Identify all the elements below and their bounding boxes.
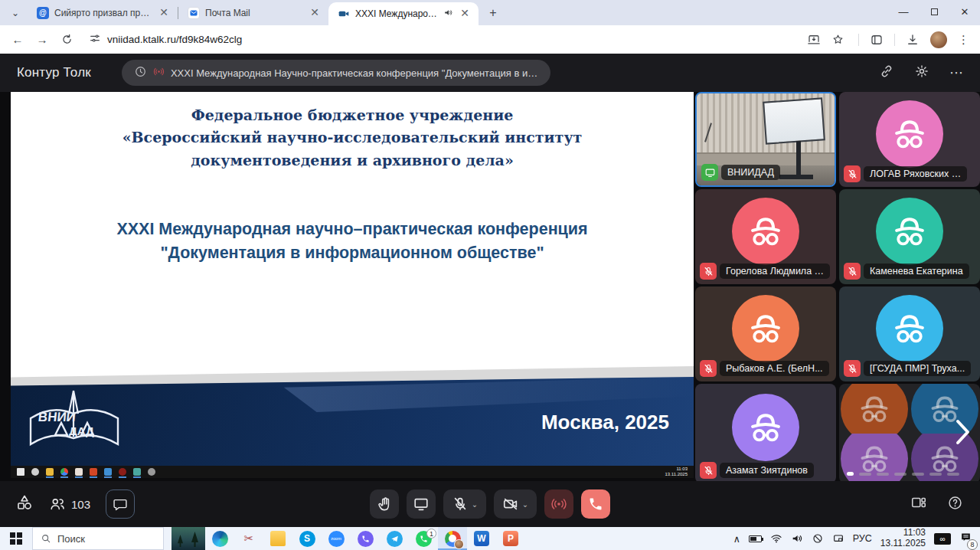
media-app-tray-icon[interactable]: ∞: [934, 533, 951, 545]
mic-muted-badge-icon: [844, 263, 861, 280]
taskbar-viber-icon[interactable]: [351, 527, 380, 550]
participants-count-button[interactable]: 103: [49, 496, 90, 512]
live-broadcast-button[interactable]: [544, 489, 573, 519]
taskbar-word-icon[interactable]: W: [467, 527, 496, 550]
phone-icon: [588, 496, 603, 512]
help-icon[interactable]: [947, 495, 963, 514]
back-icon[interactable]: ←: [8, 30, 28, 50]
tab-close-icon[interactable]: ✕: [158, 7, 170, 19]
taskbar-snip-icon[interactable]: ✂: [234, 527, 263, 550]
app-brand: Контур Толк: [17, 65, 91, 80]
mini-teal-app-icon: [133, 468, 141, 476]
tray-expand-chevron-icon[interactable]: ∧: [733, 533, 740, 545]
tab-search-chevron-icon[interactable]: ⌄: [5, 2, 26, 24]
start-button[interactable]: [0, 527, 32, 550]
wifi-icon[interactable]: [770, 532, 782, 545]
site-info-icon[interactable]: [89, 32, 101, 47]
hang-up-button[interactable]: [581, 489, 610, 519]
mic-muted-badge-icon: [844, 165, 861, 182]
mini-explorer-icon: [46, 468, 54, 476]
next-page-chevron-icon[interactable]: [952, 417, 972, 450]
downloads-icon[interactable]: [906, 33, 920, 47]
chat-button[interactable]: [106, 489, 135, 519]
browser-profile-avatar[interactable]: [930, 31, 947, 48]
browser-tab-active[interactable]: XXXI Международная Нау ✕: [328, 2, 479, 25]
browser-menu-icon[interactable]: ⋮: [958, 33, 969, 47]
blocked-device-icon[interactable]: [812, 532, 824, 545]
battery-icon[interactable]: [749, 535, 762, 542]
taskbar-whatsapp-icon[interactable]: 1: [409, 527, 438, 550]
window-minimize-button[interactable]: —: [888, 0, 919, 23]
taskbar-zoom-icon[interactable]: zoom: [322, 527, 351, 550]
browser-tab-2[interactable]: Почта Mail ✕: [178, 0, 328, 25]
taskbar-search-box[interactable]: Поиск: [32, 527, 164, 550]
participant-tile[interactable]: ЛОГАВ Ряховских …: [839, 92, 980, 187]
browser-navbar: ← → vniidad.ktalk.ru/fd9k84w62clg ⋮: [0, 25, 980, 54]
window-close-button[interactable]: ✕: [949, 0, 980, 23]
save-share-icon[interactable]: [807, 33, 821, 47]
incognito-avatar: [732, 394, 799, 461]
notification-center-icon[interactable]: 8: [959, 531, 972, 547]
window-maximize-button[interactable]: [919, 0, 949, 23]
mini-settings-icon: [148, 468, 155, 476]
participant-name: Каменева Екатерина: [864, 264, 969, 279]
browser-tab-1[interactable]: @ Сийярто призвал прекратить ✕: [28, 0, 178, 25]
header-more-icon[interactable]: ⋯: [949, 64, 963, 81]
taskbar-explorer-icon[interactable]: [263, 527, 292, 550]
camera-options-chevron-icon[interactable]: ⌄: [522, 500, 528, 509]
tab-close-icon[interactable]: ✕: [309, 7, 321, 19]
layout-view-icon[interactable]: [910, 494, 927, 514]
tab-groups-icon[interactable]: [870, 33, 884, 47]
meeting-main-area: Федеральное бюджетное учреждение «Всерос…: [0, 92, 980, 481]
more-participants-tile[interactable]: [839, 384, 980, 483]
address-bar[interactable]: vniidad.ktalk.ru/fd9k84w62clg: [81, 28, 802, 51]
taskbar-clock[interactable]: 11:03 13.11.2025: [880, 528, 926, 549]
bookmark-star-icon[interactable]: [831, 33, 844, 46]
taskbar-skype-icon[interactable]: S: [292, 527, 322, 550]
participant-tile-vniidad[interactable]: ВНИИДАД: [695, 92, 836, 187]
taskbar-powerpoint-icon[interactable]: P: [496, 527, 525, 550]
microphone-muted-button[interactable]: ⌄: [443, 489, 486, 519]
tab-close-icon[interactable]: ✕: [459, 8, 471, 20]
camera-off-button[interactable]: ⌄: [494, 489, 537, 519]
incognito-avatar: [732, 198, 799, 265]
language-indicator[interactable]: РУС: [853, 533, 872, 544]
participant-tile[interactable]: Каменева Екатерина: [839, 189, 980, 284]
taskbar-chrome-icon[interactable]: [438, 527, 467, 550]
task-view-thumbnail[interactable]: [172, 527, 205, 550]
participant-tile[interactable]: Горелова Людмила …: [695, 189, 836, 284]
tab-audio-icon[interactable]: [443, 8, 453, 20]
mic-options-chevron-icon[interactable]: ⌄: [472, 500, 478, 509]
volume-icon[interactable]: [791, 532, 803, 545]
settings-gear-icon[interactable]: [914, 64, 929, 82]
screen-share-button[interactable]: [407, 489, 436, 519]
reload-icon[interactable]: [57, 30, 77, 50]
reactions-shapes-icon[interactable]: [15, 493, 34, 515]
participant-tile[interactable]: Рыбаков А.Е. (БелН...: [695, 286, 836, 381]
footer-highlight: [284, 377, 694, 412]
raise-hand-button[interactable]: [370, 489, 399, 519]
participants-pagination: [847, 472, 972, 476]
taskbar-edge-icon[interactable]: [205, 527, 234, 550]
copy-link-icon[interactable]: [879, 64, 894, 82]
participant-tag: ВНИИДАД: [701, 164, 780, 181]
mini-clock: 11:03 13.11.2025: [665, 467, 688, 477]
news-site-favicon: @: [37, 7, 49, 19]
taskbar-time: 11:03: [880, 528, 926, 539]
url-text[interactable]: vniidad.ktalk.ru/fd9k84w62clg: [107, 34, 242, 45]
participant-name: [ГСУДА ПМР] Труха...: [864, 361, 971, 376]
taskbar-date: 13.11.2025: [880, 539, 926, 549]
taskbar-telegram-icon[interactable]: [380, 527, 409, 550]
navbar-actions: ⋮: [807, 31, 972, 48]
windows-taskbar: Поиск ✂ S zoom 1 W P ∧ РУС 11:03 13.11.2…: [0, 527, 980, 550]
new-tab-button[interactable]: +: [483, 3, 503, 23]
participant-tile[interactable]: Азамат Зиятдинов: [695, 384, 836, 483]
forward-icon[interactable]: →: [32, 30, 52, 50]
tab-title: Почта Mail: [205, 8, 303, 18]
call-control-bar: 103 ⌄ ⌄: [0, 481, 980, 527]
conference-title-pill[interactable]: XXXI Международная Научно-практическая к…: [122, 60, 550, 86]
monitor-icon: [413, 496, 430, 512]
participant-tile[interactable]: [ГСУДА ПМР] Труха...: [839, 286, 980, 381]
camera-off-icon: [502, 496, 519, 512]
connect-display-icon[interactable]: [832, 532, 844, 545]
